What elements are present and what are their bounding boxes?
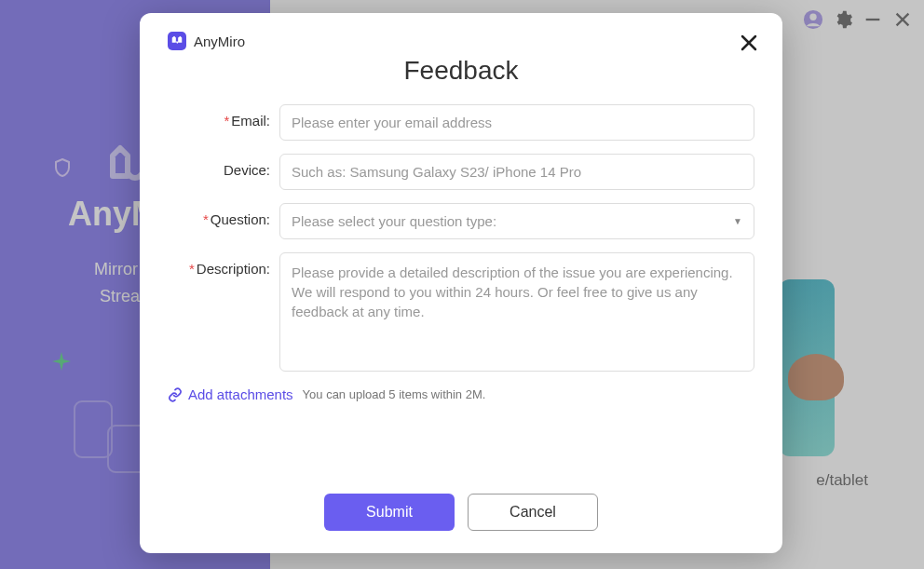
description-label: *Description: (168, 252, 279, 277)
description-row: *Description: (168, 252, 754, 372)
submit-button[interactable]: Submit (324, 494, 455, 531)
attachments-hint: You can upload 5 items within 2M. (303, 387, 486, 401)
close-button[interactable] (736, 30, 762, 56)
email-row: *Email: (168, 104, 754, 141)
device-field[interactable] (279, 154, 754, 190)
modal-header: AnyMiro (168, 32, 754, 50)
device-row: Device: (168, 154, 754, 190)
feedback-modal: AnyMiro Feedback *Email: Device: *Questi… (140, 13, 782, 553)
close-icon (741, 34, 757, 51)
question-row: *Question: Please select your question t… (168, 203, 754, 239)
question-placeholder: Please select your question type: (292, 213, 496, 229)
chevron-down-icon: ▼ (733, 216, 742, 226)
required-star: * (224, 113, 229, 129)
modal-app-title: AnyMiro (194, 34, 245, 49)
link-icon (168, 387, 183, 402)
modal-title: Feedback (168, 56, 754, 86)
attachments-row: Add attachments You can upload 5 items w… (168, 386, 754, 402)
description-field[interactable] (279, 252, 754, 372)
required-star: * (203, 211, 209, 227)
question-label: *Question: (168, 203, 279, 227)
add-attachments-link[interactable]: Add attachments (168, 386, 293, 402)
required-star: * (189, 261, 195, 277)
app-icon (168, 32, 186, 50)
email-label: *Email: (168, 104, 279, 129)
cancel-button[interactable]: Cancel (468, 494, 598, 531)
modal-footer: Submit Cancel (140, 494, 782, 531)
device-label: Device: (168, 154, 279, 178)
email-field[interactable] (279, 104, 754, 141)
question-select[interactable]: Please select your question type: ▼ (279, 203, 754, 239)
